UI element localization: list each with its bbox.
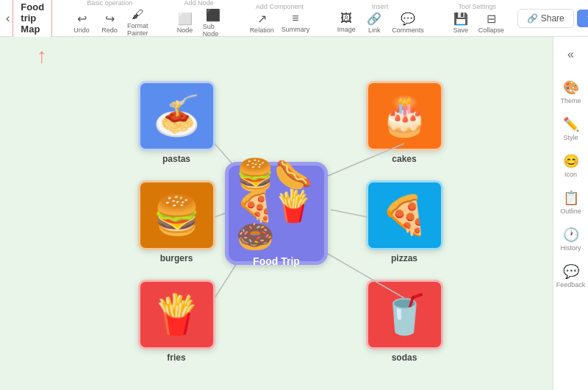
pastas-label: pastas bbox=[162, 154, 190, 164]
center-node-label: Food Trip bbox=[253, 255, 300, 267]
sidebar-item-outline[interactable]: 📋 Outline bbox=[556, 185, 587, 219]
summary-icon: ≡ bbox=[292, 12, 298, 25]
format-painter-button[interactable]: 🖌 Format Painter bbox=[124, 7, 151, 38]
export-button[interactable]: ⬆ Export bbox=[577, 10, 588, 27]
basic-operation-section: Basic operation ↩ Undo ↪ Redo 🖌 Format P… bbox=[64, 0, 156, 38]
save-icon: 💾 bbox=[453, 12, 468, 26]
right-sidebar: « 🎨 Theme ✏️ Style 😊 Icon 📋 Outline 🕐 Hi… bbox=[553, 37, 588, 390]
chevron-left-icon: « bbox=[567, 48, 574, 61]
pizzas-label: pizzas bbox=[391, 253, 417, 263]
image-icon: 🖼 bbox=[340, 12, 352, 25]
relation-button[interactable]: ↗ Relation bbox=[247, 10, 277, 35]
tool-settings-label: Tool Settings bbox=[458, 3, 496, 10]
share-button[interactable]: 🔗 Share bbox=[517, 9, 574, 28]
node-pizzas[interactable]: 🍕 pizzas bbox=[364, 180, 445, 263]
center-node-emoji: 🍔🌭🍕🍟🍩 bbox=[236, 160, 317, 252]
fries-label: fries bbox=[167, 352, 185, 363]
pastas-box: 🍝 bbox=[138, 81, 215, 151]
toolbar: ‹ Food trip Map Basic operation ↩ Undo ↪… bbox=[0, 0, 588, 37]
node-icon: ⬜ bbox=[178, 12, 193, 26]
collapse-label: Collapse bbox=[478, 26, 504, 34]
back-button[interactable]: ‹ bbox=[6, 10, 10, 27]
collapse-icon: ⊟ bbox=[487, 12, 496, 26]
relation-label: Relation bbox=[250, 26, 274, 34]
comments-icon: 💬 bbox=[401, 12, 415, 26]
style-icon: ✏️ bbox=[563, 116, 579, 132]
pastas-emoji: 🍝 bbox=[153, 93, 201, 138]
link-icon: 🔗 bbox=[367, 12, 381, 26]
format-painter-label: Format Painter bbox=[127, 22, 148, 37]
fries-emoji: 🍟 bbox=[153, 292, 201, 337]
undo-icon: ↩ bbox=[77, 12, 87, 26]
feedback-label: Feedback bbox=[556, 281, 586, 288]
sidebar-item-theme[interactable]: 🎨 Theme bbox=[556, 75, 587, 109]
title-box[interactable]: Food trip Map bbox=[12, 0, 52, 38]
sodas-label: sodas bbox=[392, 352, 417, 363]
add-component-section: Add Component ↗ Relation ≡ Summary bbox=[243, 1, 318, 35]
burgers-emoji: 🍔 bbox=[153, 193, 201, 238]
add-node-label: Add Node bbox=[184, 0, 214, 7]
node-label: Node bbox=[177, 26, 193, 34]
icon-icon: 😊 bbox=[563, 153, 579, 169]
svg-line-3 bbox=[331, 210, 368, 217]
redo-button[interactable]: ↪ Redo bbox=[96, 7, 123, 38]
feedback-icon: 💬 bbox=[563, 263, 579, 280]
sodas-box: 🥤 bbox=[366, 280, 443, 350]
style-label: Style bbox=[563, 134, 578, 141]
comments-button[interactable]: 💬 Comments bbox=[389, 10, 427, 35]
center-node[interactable]: 🍔🌭🍕🍟🍩 Food Trip bbox=[225, 162, 328, 265]
sub-node-label: Sub Node bbox=[203, 23, 223, 38]
image-label: Image bbox=[337, 26, 356, 33]
burgers-box: 🍔 bbox=[138, 180, 215, 250]
add-node-section: Add Node ⬜ Node ⬛ Sub Node bbox=[168, 0, 231, 39]
relation-icon: ↗ bbox=[257, 12, 267, 26]
sub-node-button[interactable]: ⬛ Sub Node bbox=[200, 7, 226, 39]
node-sodas[interactable]: 🥤 sodas bbox=[364, 280, 445, 363]
save-label: Save bbox=[453, 26, 468, 34]
sidebar-item-feedback[interactable]: 💬 Feedback bbox=[556, 259, 587, 293]
cakes-box: 🎂 bbox=[366, 81, 443, 151]
main-area: ↑ 🍔🌭🍕🍟🍩 Food Trip bbox=[0, 37, 588, 390]
summary-label: Summary bbox=[282, 26, 310, 33]
sodas-emoji: 🥤 bbox=[381, 292, 429, 337]
image-button[interactable]: 🖼 Image bbox=[333, 10, 359, 35]
share-icon: 🔗 bbox=[527, 13, 538, 24]
redo-icon: ↪ bbox=[105, 12, 115, 26]
node-button[interactable]: ⬜ Node bbox=[172, 7, 198, 39]
node-cakes[interactable]: 🎂 cakes bbox=[364, 81, 445, 164]
history-label: History bbox=[560, 244, 581, 252]
icon-label: Icon bbox=[564, 171, 577, 178]
insert-label: Insert bbox=[372, 3, 389, 10]
link-button[interactable]: 🔗 Link bbox=[361, 10, 387, 35]
node-fries[interactable]: 🍟 fries bbox=[136, 280, 217, 363]
title-arrow: ↑ bbox=[37, 44, 47, 68]
outline-label: Outline bbox=[560, 208, 581, 215]
sidebar-item-history[interactable]: 🕐 History bbox=[556, 222, 587, 256]
history-icon: 🕐 bbox=[563, 227, 579, 243]
sidebar-item-icon[interactable]: 😊 Icon bbox=[556, 149, 587, 182]
link-label: Link bbox=[368, 26, 381, 34]
add-component-label: Add Component bbox=[256, 3, 304, 10]
sidebar-item-style[interactable]: ✏️ Style bbox=[556, 112, 587, 146]
collapse-button[interactable]: ⊟ Collapse bbox=[476, 10, 507, 35]
save-button[interactable]: 💾 Save bbox=[448, 10, 474, 35]
burgers-label: burgers bbox=[160, 253, 193, 263]
canvas[interactable]: ↑ 🍔🌭🍕🍟🍩 Food Trip bbox=[0, 37, 553, 390]
basic-operation-label: Basic operation bbox=[87, 0, 132, 7]
node-pastas[interactable]: 🍝 pastas bbox=[136, 81, 217, 164]
tool-settings-section: Tool Settings 💾 Save ⊟ Collapse bbox=[443, 1, 512, 35]
theme-label: Theme bbox=[560, 97, 581, 104]
undo-button[interactable]: ↩ Undo bbox=[68, 7, 95, 38]
sub-node-icon: ⬛ bbox=[206, 8, 220, 22]
format-painter-icon: 🖌 bbox=[132, 8, 143, 21]
redo-label: Redo bbox=[101, 26, 118, 34]
undo-label: Undo bbox=[74, 26, 90, 34]
sidebar-collapse-button[interactable]: « bbox=[559, 43, 583, 66]
theme-icon: 🎨 bbox=[563, 79, 579, 96]
cakes-label: cakes bbox=[392, 154, 416, 164]
outline-icon: 📋 bbox=[563, 190, 579, 206]
summary-button[interactable]: ≡ Summary bbox=[279, 10, 313, 35]
cakes-emoji: 🎂 bbox=[381, 93, 429, 138]
node-burgers[interactable]: 🍔 burgers bbox=[136, 180, 217, 263]
pizzas-emoji: 🍕 bbox=[381, 193, 429, 238]
